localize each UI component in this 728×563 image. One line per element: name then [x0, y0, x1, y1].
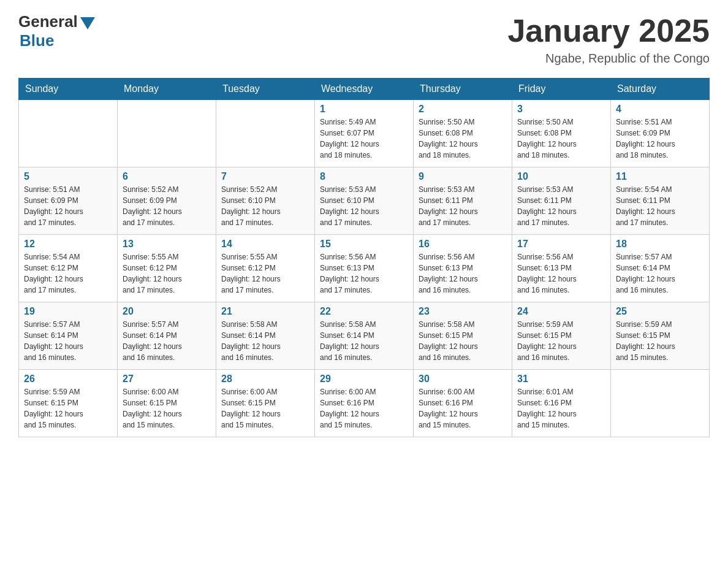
calendar-cell: 28Sunrise: 6:00 AM Sunset: 6:15 PM Dayli…	[216, 370, 315, 437]
day-info: Sunrise: 5:55 AM Sunset: 6:12 PM Dayligh…	[123, 251, 211, 296]
day-number: 5	[24, 171, 112, 182]
calendar-cell: 26Sunrise: 5:59 AM Sunset: 6:15 PM Dayli…	[19, 370, 118, 437]
calendar-day-header: Friday	[512, 79, 611, 100]
day-info: Sunrise: 5:57 AM Sunset: 6:14 PM Dayligh…	[24, 319, 112, 363]
day-info: Sunrise: 5:50 AM Sunset: 6:08 PM Dayligh…	[419, 117, 507, 161]
calendar-day-header: Monday	[118, 79, 216, 100]
day-info: Sunrise: 5:51 AM Sunset: 6:09 PM Dayligh…	[616, 117, 704, 161]
day-info: Sunrise: 6:00 AM Sunset: 6:15 PM Dayligh…	[221, 386, 309, 431]
day-number: 20	[123, 306, 211, 317]
calendar-cell: 17Sunrise: 5:56 AM Sunset: 6:13 PM Dayli…	[512, 235, 611, 302]
calendar-cell: 23Sunrise: 5:58 AM Sunset: 6:15 PM Dayli…	[414, 302, 512, 370]
calendar-week-row: 19Sunrise: 5:57 AM Sunset: 6:14 PM Dayli…	[19, 302, 710, 370]
calendar-cell: 13Sunrise: 5:55 AM Sunset: 6:12 PM Dayli…	[118, 235, 216, 302]
calendar-cell: 8Sunrise: 5:53 AM Sunset: 6:10 PM Daylig…	[315, 167, 414, 235]
logo-general-text: General	[18, 12, 78, 31]
calendar-cell	[611, 370, 710, 437]
calendar-cell: 12Sunrise: 5:54 AM Sunset: 6:12 PM Dayli…	[19, 235, 118, 302]
calendar-cell	[216, 100, 315, 167]
day-info: Sunrise: 5:59 AM Sunset: 6:15 PM Dayligh…	[24, 386, 112, 431]
day-number: 16	[419, 239, 507, 250]
day-number: 17	[517, 239, 605, 250]
logo-arrow-icon	[80, 17, 95, 29]
calendar-cell: 22Sunrise: 5:58 AM Sunset: 6:14 PM Dayli…	[315, 302, 414, 370]
calendar-cell: 29Sunrise: 6:00 AM Sunset: 6:16 PM Dayli…	[315, 370, 414, 437]
calendar-cell: 6Sunrise: 5:52 AM Sunset: 6:09 PM Daylig…	[118, 167, 216, 235]
day-number: 27	[123, 373, 211, 385]
calendar-cell: 3Sunrise: 5:50 AM Sunset: 6:08 PM Daylig…	[512, 100, 611, 167]
day-info: Sunrise: 5:57 AM Sunset: 6:14 PM Dayligh…	[616, 251, 704, 296]
day-info: Sunrise: 5:56 AM Sunset: 6:13 PM Dayligh…	[320, 251, 408, 296]
calendar-day-header: Wednesday	[315, 79, 414, 100]
day-info: Sunrise: 5:56 AM Sunset: 6:13 PM Dayligh…	[419, 251, 507, 296]
day-number: 1	[320, 104, 408, 115]
day-number: 2	[419, 104, 507, 115]
day-info: Sunrise: 5:53 AM Sunset: 6:10 PM Dayligh…	[320, 184, 408, 228]
day-number: 10	[517, 171, 605, 182]
day-number: 31	[517, 373, 605, 385]
day-info: Sunrise: 5:50 AM Sunset: 6:08 PM Dayligh…	[517, 117, 605, 161]
day-number: 22	[320, 306, 408, 317]
calendar-cell: 16Sunrise: 5:56 AM Sunset: 6:13 PM Dayli…	[414, 235, 512, 302]
calendar-cell: 19Sunrise: 5:57 AM Sunset: 6:14 PM Dayli…	[19, 302, 118, 370]
day-info: Sunrise: 5:54 AM Sunset: 6:11 PM Dayligh…	[616, 184, 704, 228]
calendar-cell: 18Sunrise: 5:57 AM Sunset: 6:14 PM Dayli…	[611, 235, 710, 302]
calendar-header-row: SundayMondayTuesdayWednesdayThursdayFrid…	[19, 79, 710, 100]
day-number: 12	[24, 239, 112, 250]
calendar-cell: 27Sunrise: 6:00 AM Sunset: 6:15 PM Dayli…	[118, 370, 216, 437]
calendar-day-header: Sunday	[19, 79, 118, 100]
calendar-week-row: 26Sunrise: 5:59 AM Sunset: 6:15 PM Dayli…	[19, 370, 710, 437]
day-number: 3	[517, 104, 605, 115]
calendar-cell: 7Sunrise: 5:52 AM Sunset: 6:10 PM Daylig…	[216, 167, 315, 235]
location-text: Ngabe, Republic of the Congo	[507, 52, 710, 66]
day-info: Sunrise: 6:00 AM Sunset: 6:16 PM Dayligh…	[419, 386, 507, 431]
day-info: Sunrise: 5:59 AM Sunset: 6:15 PM Dayligh…	[517, 319, 605, 363]
day-info: Sunrise: 5:49 AM Sunset: 6:07 PM Dayligh…	[320, 117, 408, 161]
calendar-cell: 9Sunrise: 5:53 AM Sunset: 6:11 PM Daylig…	[414, 167, 512, 235]
day-info: Sunrise: 5:58 AM Sunset: 6:14 PM Dayligh…	[221, 319, 309, 363]
calendar-cell	[118, 100, 216, 167]
calendar-cell: 24Sunrise: 5:59 AM Sunset: 6:15 PM Dayli…	[512, 302, 611, 370]
calendar-cell	[19, 100, 118, 167]
day-number: 9	[419, 171, 507, 182]
calendar-week-row: 1Sunrise: 5:49 AM Sunset: 6:07 PM Daylig…	[19, 100, 710, 167]
calendar-cell: 4Sunrise: 5:51 AM Sunset: 6:09 PM Daylig…	[611, 100, 710, 167]
day-number: 14	[221, 239, 309, 250]
calendar-cell: 20Sunrise: 5:57 AM Sunset: 6:14 PM Dayli…	[118, 302, 216, 370]
day-number: 4	[616, 104, 704, 115]
day-info: Sunrise: 5:53 AM Sunset: 6:11 PM Dayligh…	[419, 184, 507, 228]
day-info: Sunrise: 5:58 AM Sunset: 6:14 PM Dayligh…	[320, 319, 408, 363]
day-info: Sunrise: 5:51 AM Sunset: 6:09 PM Dayligh…	[24, 184, 112, 228]
day-info: Sunrise: 5:53 AM Sunset: 6:11 PM Dayligh…	[517, 184, 605, 228]
day-number: 29	[320, 373, 408, 385]
calendar-day-header: Saturday	[611, 79, 710, 100]
calendar-cell: 25Sunrise: 5:59 AM Sunset: 6:15 PM Dayli…	[611, 302, 710, 370]
day-number: 21	[221, 306, 309, 317]
day-number: 26	[24, 373, 112, 385]
calendar-cell: 15Sunrise: 5:56 AM Sunset: 6:13 PM Dayli…	[315, 235, 414, 302]
calendar-cell: 11Sunrise: 5:54 AM Sunset: 6:11 PM Dayli…	[611, 167, 710, 235]
day-info: Sunrise: 5:52 AM Sunset: 6:09 PM Dayligh…	[123, 184, 211, 228]
day-number: 18	[616, 239, 704, 250]
calendar-table: SundayMondayTuesdayWednesdayThursdayFrid…	[18, 78, 710, 437]
calendar-cell: 31Sunrise: 6:01 AM Sunset: 6:16 PM Dayli…	[512, 370, 611, 437]
month-title: January 2025	[507, 12, 710, 49]
day-number: 28	[221, 373, 309, 385]
day-number: 11	[616, 171, 704, 182]
day-info: Sunrise: 5:55 AM Sunset: 6:12 PM Dayligh…	[221, 251, 309, 296]
calendar-cell: 10Sunrise: 5:53 AM Sunset: 6:11 PM Dayli…	[512, 167, 611, 235]
calendar-cell: 2Sunrise: 5:50 AM Sunset: 6:08 PM Daylig…	[414, 100, 512, 167]
day-info: Sunrise: 5:52 AM Sunset: 6:10 PM Dayligh…	[221, 184, 309, 228]
day-number: 8	[320, 171, 408, 182]
day-number: 6	[123, 171, 211, 182]
calendar-day-header: Tuesday	[216, 79, 315, 100]
day-info: Sunrise: 5:56 AM Sunset: 6:13 PM Dayligh…	[517, 251, 605, 296]
calendar-week-row: 5Sunrise: 5:51 AM Sunset: 6:09 PM Daylig…	[19, 167, 710, 235]
calendar-day-header: Thursday	[414, 79, 512, 100]
logo: General Blue	[18, 12, 95, 50]
calendar-week-row: 12Sunrise: 5:54 AM Sunset: 6:12 PM Dayli…	[19, 235, 710, 302]
calendar-cell: 5Sunrise: 5:51 AM Sunset: 6:09 PM Daylig…	[19, 167, 118, 235]
day-info: Sunrise: 5:57 AM Sunset: 6:14 PM Dayligh…	[123, 319, 211, 363]
day-number: 23	[419, 306, 507, 317]
day-info: Sunrise: 5:54 AM Sunset: 6:12 PM Dayligh…	[24, 251, 112, 296]
